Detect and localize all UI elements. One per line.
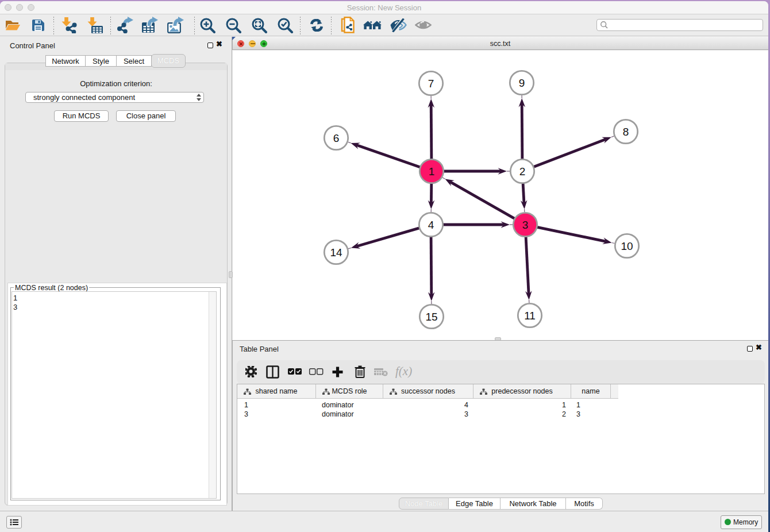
svg-text:15: 15 bbox=[425, 311, 437, 323]
svg-text:11: 11 bbox=[524, 310, 536, 322]
svg-text:1: 1 bbox=[429, 165, 435, 178]
svg-text:10: 10 bbox=[621, 240, 633, 252]
svg-text:7: 7 bbox=[428, 78, 434, 90]
svg-text:6: 6 bbox=[333, 132, 340, 144]
svg-text:3: 3 bbox=[522, 219, 529, 231]
svg-text:2: 2 bbox=[519, 165, 526, 178]
svg-text:4: 4 bbox=[428, 219, 434, 231]
svg-text:9: 9 bbox=[519, 77, 525, 89]
svg-text:8: 8 bbox=[623, 126, 629, 138]
svg-text:14: 14 bbox=[330, 246, 342, 259]
